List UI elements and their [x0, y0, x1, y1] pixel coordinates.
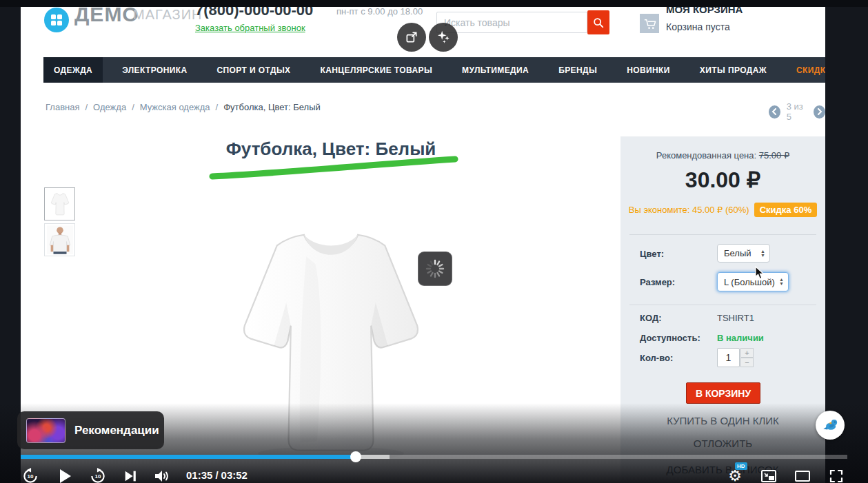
play-icon [59, 468, 72, 483]
green-marker-underline [207, 149, 462, 183]
search-button[interactable] [587, 10, 609, 34]
svg-text:10: 10 [27, 473, 34, 480]
rewind-10-button[interactable]: 10 [21, 467, 39, 483]
seek-handle[interactable] [350, 451, 361, 462]
quantity-decrease-button[interactable]: − [740, 358, 754, 367]
svg-text:10: 10 [94, 473, 101, 480]
shop-logo-icon[interactable] [44, 8, 69, 32]
sparkles-icon [436, 30, 451, 45]
size-label: Размер: [640, 277, 675, 287]
rewind-10-icon: 10 [21, 467, 39, 483]
size-select[interactable]: L (Большой) ▲▼ [717, 272, 789, 291]
pip-button[interactable] [760, 468, 778, 483]
volume-icon [153, 468, 170, 483]
next-video-button[interactable] [122, 468, 139, 483]
availability-value: В наличии [717, 333, 764, 343]
bird-extension-button[interactable] [816, 411, 845, 440]
next-icon [123, 469, 138, 483]
nav-item-new[interactable]: НОВИНКИ [616, 57, 680, 83]
quantity-increase-button[interactable]: + [740, 348, 754, 358]
next-product-button[interactable] [814, 105, 825, 119]
theater-mode-button[interactable] [794, 468, 811, 483]
thumbnail-tshirt-flat[interactable] [44, 187, 75, 220]
breadcrumb-separator: / [132, 102, 134, 112]
seek-progress [21, 455, 356, 459]
discount-badge: Скидка 60% [754, 203, 818, 217]
gear-icon: ⚙ [728, 469, 742, 483]
time-display: 01:35 / 03:52 [186, 469, 248, 481]
nav-item-electronics[interactable]: ЭЛЕКТРОНИКА [112, 57, 197, 83]
nav-item-sport[interactable]: СПОРТ И ОТДЫХ [207, 57, 301, 83]
theater-mode-icon [794, 469, 811, 483]
nav-item-bestsellers[interactable]: ХИТЫ ПРОДАЖ [689, 57, 777, 83]
quantity-input[interactable] [717, 348, 740, 367]
breadcrumb-home[interactable]: Главная [46, 102, 79, 112]
prev-product-button[interactable] [769, 105, 780, 119]
nav-item-sale[interactable]: СКИДКИ [786, 57, 825, 83]
popout-icon [405, 30, 418, 44]
select-arrows-icon: ▲▼ [779, 278, 784, 286]
picture-in-picture-icon [760, 469, 777, 483]
time-total: 03:52 [221, 469, 248, 481]
color-select-value: Белый [724, 248, 751, 258]
fullscreen-button[interactable] [827, 468, 845, 483]
shop-logo-text[interactable]: ДЕМО [74, 7, 139, 26]
nav-item-stationery[interactable]: КАНЦЕЛЯРСКИЕ ТОВАРЫ [310, 57, 443, 83]
callback-link[interactable]: Заказать обратный звонок [195, 23, 305, 33]
logo-grid-icon [51, 14, 62, 25]
breadcrumb-separator: / [216, 102, 219, 112]
volume-button[interactable] [152, 468, 170, 483]
recommended-price-label: Рекомендованная цена: [656, 150, 756, 161]
chevron-left-icon [771, 108, 777, 115]
hd-quality-badge: HD [735, 462, 747, 470]
quantity-stepper: + − [740, 348, 754, 367]
color-label: Цвет: [640, 249, 664, 259]
tshirt-thumb-image [47, 190, 73, 218]
play-button[interactable] [58, 468, 73, 483]
shop-logo-subtext: МАГАЗИН [133, 7, 203, 23]
size-select-value: L (Большой) [724, 277, 775, 287]
popout-button[interactable] [397, 23, 426, 52]
search-box [436, 12, 587, 33]
time-current: 01:35 [186, 469, 212, 481]
sparkles-button[interactable] [429, 23, 458, 52]
time-separator: / [215, 469, 218, 481]
search-input[interactable] [437, 12, 587, 32]
quantity-label: Кол-во: [640, 353, 673, 363]
video-letterbox-bar [0, 0, 868, 7]
code-label: КОД: [640, 313, 661, 323]
breadcrumb-current: Футболка, Цвет: Белый [223, 102, 321, 112]
seek-bar[interactable] [21, 455, 847, 459]
breadcrumb-mens[interactable]: Мужская одежда [140, 102, 210, 112]
search-icon [592, 17, 605, 29]
add-to-cart-button[interactable]: В КОРЗИНУ [686, 382, 760, 404]
forward-10-button[interactable]: 10 [89, 467, 107, 483]
current-price: 30.00 ₽ [620, 167, 825, 193]
savings-row: Вы экономите: 45.00 ₽ (60%) Скидка 60% [620, 203, 825, 217]
forward-10-icon: 10 [89, 467, 107, 483]
recommended-price-value: 75.00 ₽ [759, 150, 789, 161]
recommendations-thumbnail [26, 418, 65, 443]
nav-item-multimedia[interactable]: МУЛЬТИМЕДИА [452, 57, 539, 83]
video-player-frame: ДЕМО МАГАЗИН 7(800)-000-00-00 пн-пт с 9.… [0, 0, 868, 483]
thumbnail-tshirt-model[interactable] [44, 223, 75, 256]
main-nav: ОДЕЖДА ЭЛЕКТРОНИКА СПОРТ И ОТДЫХ КАНЦЕЛЯ… [43, 57, 825, 83]
availability-label: Доступность: [640, 333, 700, 343]
working-hours: пн-пт с 9.00 до 18.00 [336, 7, 423, 17]
cart-icon [643, 17, 656, 30]
panel-divider [629, 305, 816, 305]
cart-title[interactable]: МОЯ КОРЗИНА [666, 7, 743, 15]
savings-text: Вы экономите: 45.00 ₽ (60%) [629, 205, 749, 215]
nav-item-brands[interactable]: БРЕНДЫ [548, 57, 607, 83]
loading-spinner-overlay [418, 251, 452, 286]
chevron-right-icon [817, 108, 822, 115]
cart-status: Корзина пуста [666, 21, 730, 32]
nav-item-clothes[interactable]: ОДЕЖДА [43, 57, 103, 83]
color-select[interactable]: Белый ▲▼ [717, 244, 770, 263]
spinner-icon [425, 258, 445, 279]
breadcrumb: Главная / Одежда / Мужская одежда / Футб… [46, 102, 321, 112]
cart-icon-button[interactable] [640, 14, 659, 33]
recommendations-chip[interactable]: Рекомендации [17, 411, 164, 449]
breadcrumb-clothes[interactable]: Одежда [93, 102, 126, 112]
select-arrows-icon: ▲▼ [760, 249, 765, 258]
